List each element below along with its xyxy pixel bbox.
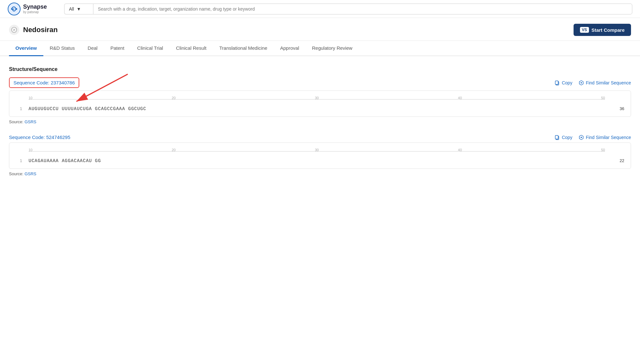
tab-deal[interactable]: Deal <box>81 41 104 56</box>
tab-rd-status[interactable]: R&D Status <box>43 41 81 56</box>
sequence-1-actions: Copy Find Similar Sequence <box>555 80 631 85</box>
source-line-2: Source: GSRS <box>9 171 631 176</box>
tab-clinical-trial[interactable]: Clinical Trial <box>131 41 169 56</box>
search-area: All ▼ <box>64 4 632 14</box>
sequence-card-2: Sequence Code: 524746295 Copy Find Simil… <box>9 134 631 176</box>
copy-button-1[interactable]: Copy <box>555 80 572 85</box>
logo-text: Synapse by patsnap <box>23 4 47 14</box>
find-similar-button-2[interactable]: Find Similar Sequence <box>579 135 631 140</box>
ruler-mark: 10 <box>29 148 32 152</box>
source-link-1[interactable]: GSRS <box>24 119 36 124</box>
svg-point-12 <box>581 137 582 138</box>
svg-rect-10 <box>555 135 558 139</box>
seq-index-2: 1 <box>16 158 22 163</box>
sequence-row-1: 1 AUGUUGUCCU UUUUAUCUGA GCAGCCGAAA GGCUG… <box>16 106 624 111</box>
logo-title: Synapse <box>23 4 47 11</box>
copy-icon <box>555 80 560 85</box>
drug-title-bar: Nedosiran VS Start Compare <box>0 18 640 41</box>
drug-name-area: Nedosiran <box>9 25 58 35</box>
svg-rect-6 <box>555 81 558 84</box>
copy-button-2[interactable]: Copy <box>555 135 572 140</box>
section-title: Structure/Sequence <box>9 66 631 72</box>
sequence-row-2: 1 UCAGAUAAAA AGGACAACAU GG 22 <box>16 158 624 163</box>
seq-text-1: AUGUUGUCCU UUUUAUCUGA GCAGCCGAAA GGCUGC <box>29 106 605 111</box>
tab-patent[interactable]: Patent <box>104 41 131 56</box>
copy-icon-2 <box>555 135 560 140</box>
seq-count-2: 22 <box>611 158 624 163</box>
main-content: Structure/Sequence Sequence Code: 237340… <box>0 56 640 197</box>
ruler-marks-2: 10 20 30 40 50 <box>29 148 605 152</box>
source-link-2[interactable]: GSRS <box>24 171 36 176</box>
tab-overview[interactable]: Overview <box>9 41 43 56</box>
ruler-mark: 10 <box>29 96 32 100</box>
logo-sub: by patsnap <box>23 10 47 14</box>
vs-badge: VS <box>580 27 589 33</box>
ruler-mark: 20 <box>172 148 176 152</box>
sequence-2-actions: Copy Find Similar Sequence <box>555 135 631 140</box>
ruler-mark: 50 <box>601 96 605 100</box>
search-dropdown-label: All <box>69 6 74 12</box>
tab-translational-medicine[interactable]: Translational Medicine <box>213 41 274 56</box>
search-dropdown[interactable]: All ▼ <box>64 4 93 14</box>
svg-point-1 <box>11 8 13 10</box>
sequence-1-header: Sequence Code: 237340786 Copy Find Simil… <box>9 77 631 88</box>
find-similar-button-1[interactable]: Find Similar Sequence <box>579 80 631 85</box>
ruler-mark: 30 <box>315 96 319 100</box>
header: Synapse by patsnap All ▼ <box>0 0 640 18</box>
sequence-code-link-1[interactable]: Sequence Code: 237340786 <box>9 77 79 88</box>
compare-label: Start Compare <box>592 27 625 33</box>
ruler-2: 10 20 30 40 50 <box>16 148 624 154</box>
find-similar-icon-2 <box>579 135 584 140</box>
sequence-box-2: 10 20 30 40 50 1 UCAGAUAAAA AGGACAACAU G… <box>9 143 631 169</box>
seq-text-2: UCAGAUAAAA AGGACAACAU GG <box>29 158 605 163</box>
ruler-mark: 50 <box>601 148 605 152</box>
ruler-mark: 20 <box>172 96 176 100</box>
ruler-1: 10 20 30 40 50 <box>16 96 624 102</box>
sequence-box-1: 10 20 30 40 50 1 AUGUUGUCCU UUUUAUCUGA G… <box>9 91 631 117</box>
ruler-mark: 40 <box>458 96 462 100</box>
start-compare-button[interactable]: VS Start Compare <box>574 24 631 36</box>
ruler-mark: 40 <box>458 148 462 152</box>
drug-pencil-icon <box>9 25 19 35</box>
tabs: Overview R&D Status Deal Patent Clinical… <box>0 41 640 56</box>
svg-point-8 <box>581 82 582 83</box>
logo-area: Synapse by patsnap <box>8 3 59 15</box>
synapse-logo-icon <box>8 3 21 15</box>
ruler-marks-1: 10 20 30 40 50 <box>29 96 605 100</box>
tab-approval[interactable]: Approval <box>274 41 306 56</box>
svg-point-2 <box>16 8 17 10</box>
sequence-card-1: Sequence Code: 237340786 Copy Find Simil… <box>9 77 631 124</box>
sequence-2-header: Sequence Code: 524746295 Copy Find Simil… <box>9 134 631 140</box>
tab-clinical-result[interactable]: Clinical Result <box>169 41 213 56</box>
seq-count-1: 36 <box>611 106 624 111</box>
tab-regulatory-review[interactable]: Regulatory Review <box>306 41 359 56</box>
search-input[interactable] <box>98 6 627 12</box>
seq-index-1: 1 <box>16 106 22 111</box>
drug-name: Nedosiran <box>23 26 58 34</box>
find-similar-icon <box>579 80 584 85</box>
ruler-mark: 30 <box>315 148 319 152</box>
sequence-code-link-2[interactable]: Sequence Code: 524746295 <box>9 134 70 140</box>
source-line-1: Source: GSRS <box>9 119 631 124</box>
search-input-wrap <box>93 4 632 14</box>
chevron-down-icon: ▼ <box>77 6 81 12</box>
